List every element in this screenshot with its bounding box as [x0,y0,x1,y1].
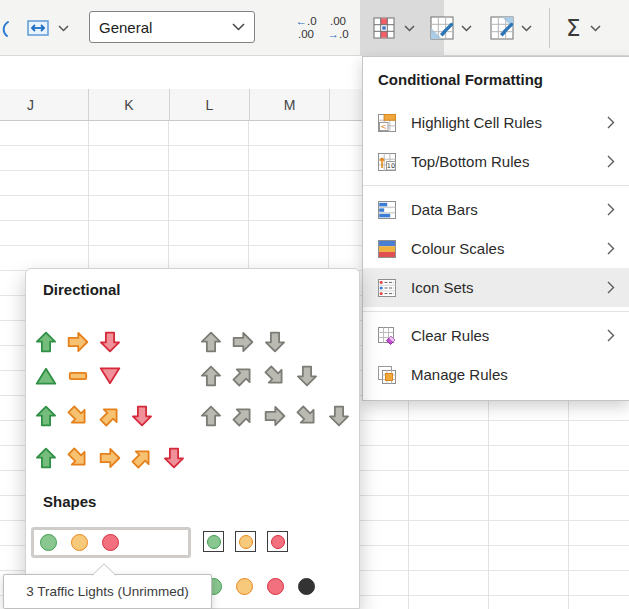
shapes-section-title: Shapes [43,493,96,510]
toolbar-separator [549,8,550,48]
format-as-table-button[interactable] [430,10,472,46]
chevron-right-icon [607,281,615,294]
number-format-combobox[interactable]: General [89,11,255,43]
column-header-L[interactable]: L [170,89,250,120]
iconset-arrow-gray-up-icon [200,405,222,427]
decrease-decimal-label: .00 [330,15,346,28]
colour-scales-icon [377,239,397,259]
manage-rules-icon [377,365,397,385]
menu-item-data-bars[interactable]: Data Bars [363,190,629,229]
cell-styles-button[interactable] [490,10,532,46]
highlight-cell-rules-icon: < [377,113,397,133]
directional-section-title: Directional [43,281,121,298]
iconset-arrow-red-down-icon [99,331,121,353]
iconset-option-3-traffic-lights-unrimmed[interactable] [31,527,191,558]
iconset-arrow-orange-right-icon [99,447,121,469]
tooltip: 3 Traffic Lights (Unrimmed) [3,574,212,609]
menu-item-manage-rules[interactable]: Manage Rules [363,355,629,394]
amber-circle-icon [71,534,88,551]
menu-item-colour-scales[interactable]: Colour Scales [363,229,629,268]
iconset-arrow-orange-se-icon [67,405,89,427]
amber-circle-icon [236,578,253,595]
iconset-arrow-gray-se-icon [296,405,318,427]
menu-item-label: Icon Sets [411,279,474,296]
iconset-arrow-orange-dash-icon [67,365,89,387]
chevron-down-icon [58,25,69,32]
merge-center-icon [26,16,50,40]
svg-text:10: 10 [387,162,395,170]
menu-item-label: Clear Rules [411,327,489,344]
iconset-option-directional-2-left[interactable] [35,365,121,387]
conditional-formatting-icon [373,17,395,39]
clipped-toolbar-icon [0,18,10,42]
menu-item-highlight-cell-rules[interactable]: <Highlight Cell Rules [363,103,629,142]
iconset-arrow-green-up-icon [35,331,57,353]
iconset-option-directional-1-left[interactable] [35,331,121,353]
column-header-K[interactable]: K [89,89,170,120]
iconset-arrow-orange-ne-icon [99,405,121,427]
iconset-arrow-gray-up-icon [200,365,222,387]
green-circle-icon [40,534,57,551]
menu-item-clear-rules[interactable]: Clear Rules [363,316,629,355]
tooltip-notch [92,563,116,576]
menu-item-label: Colour Scales [411,240,504,257]
clear-rules-icon [377,326,397,346]
iconset-arrow-orange-right-icon [67,331,89,353]
icon-sets-panel: Directional Shapes [25,268,360,609]
iconset-option-directional-3-right[interactable] [200,405,350,427]
chevron-right-icon [607,242,615,255]
iconset-arrow-gray-down-icon [264,331,286,353]
amber-circle-icon [239,535,253,549]
menu-item-label: Top/Bottom Rules [411,153,529,170]
chevron-down-icon [232,23,245,31]
toolbar: General ←.0 .00 .00 →.0 [0,0,629,56]
iconset-arrow-gray-right-icon [264,405,286,427]
menu-separator [363,307,629,316]
iconset-arrow-gray-ne-icon [232,365,254,387]
iconset-arrow-green-triangle-up-icon [35,365,57,387]
iconset-arrow-orange-ne-icon [131,447,153,469]
iconset-arrow-gray-se-icon [264,365,286,387]
autosum-button[interactable]: Σ [558,8,601,48]
menu-items: <Highlight Cell Rules10Top/Bottom RulesD… [363,103,629,394]
iconset-option-directional-3-left[interactable] [35,405,153,427]
chevron-right-icon [607,116,615,129]
tooltip-text: 3 Traffic Lights (Unrimmed) [26,584,189,599]
data-bars-icon [377,200,397,220]
menu-item-icon-sets[interactable]: Icon Sets [363,268,629,307]
menu-separator [363,181,629,190]
iconset-arrow-red-triangle-down-icon [99,365,121,387]
menu-title: Conditional Formatting [363,65,629,95]
format-as-table-icon [430,16,454,40]
menu-item-label: Manage Rules [411,366,508,383]
iconset-arrow-red-down-icon [131,405,153,427]
increase-decimal-label2: .00 [298,28,314,41]
decrease-decimal-button[interactable]: .00 →.0 [322,9,354,47]
iconset-arrow-gray-right-icon [232,331,254,353]
iconset-option-3-traffic-lights-rimmed[interactable] [203,531,288,552]
icon-sets-icon [377,278,397,298]
increase-decimal-button[interactable]: ←.0 .00 [290,9,322,47]
chevron-down-icon [521,25,532,32]
number-format-value: General [99,19,152,36]
conditional-formatting-menu: Conditional Formatting <Highlight Cell R… [362,56,629,401]
iconset-option-directional-4-left[interactable] [35,447,185,469]
iconset-option-4-traffic-lights[interactable] [205,578,315,595]
decrease-decimal-label2: →.0 [327,28,348,41]
column-header-M[interactable]: M [250,89,330,120]
red-circle-rimmed-icon [267,531,288,552]
merge-center-button[interactable] [26,14,69,42]
iconset-option-directional-1-right[interactable] [200,331,286,353]
menu-item-label: Data Bars [411,201,478,218]
chevron-down-icon [404,25,415,32]
green-circle-icon [207,535,221,549]
column-header-J[interactable]: J [0,89,89,120]
iconset-arrow-red-down-icon [163,447,185,469]
iconset-arrow-green-up-icon [35,405,57,427]
iconset-option-directional-2-right[interactable] [200,365,318,387]
chevron-right-icon [607,203,615,216]
autosum-icon: Σ [566,15,581,41]
top-bottom-rules-icon: 10 [377,152,397,172]
menu-item-label: Highlight Cell Rules [411,114,542,131]
menu-item-top-bottom-rules[interactable]: 10Top/Bottom Rules [363,142,629,181]
